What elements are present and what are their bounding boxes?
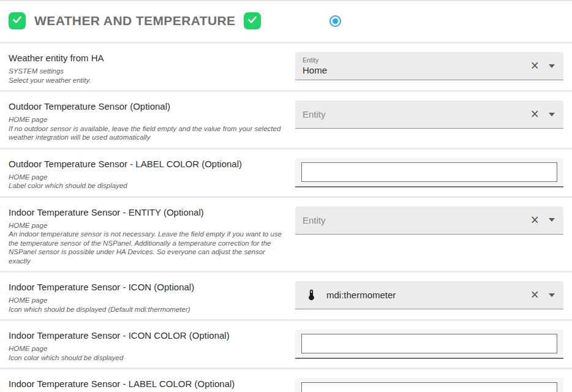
- setting-description: An indoor temperature sensor is not nece…: [9, 230, 286, 265]
- chevron-down-icon[interactable]: [549, 218, 555, 222]
- setting-context: HOME page: [9, 173, 286, 182]
- thermometer-icon: [305, 288, 318, 301]
- indoor-entity-select[interactable]: Entity ×: [295, 206, 563, 235]
- chevron-down-icon[interactable]: [549, 293, 555, 297]
- section-checkbox-right[interactable]: [244, 12, 261, 29]
- indoor-icon-color-input[interactable]: [301, 334, 557, 353]
- setting-context: SYSTEM settings: [9, 67, 286, 76]
- setting-row-outdoor-label-color: Outdoor Temperature Sensor - LABEL COLOR…: [0, 148, 572, 196]
- select-value: Home: [303, 65, 327, 75]
- setting-description: If no outdoor sensor is available, leave…: [9, 124, 286, 142]
- setting-context: HOME page: [9, 344, 286, 353]
- select-label: Entity: [303, 56, 327, 64]
- indoor-label-color-field: [295, 378, 563, 392]
- setting-title: Indoor Temperature Sensor - ICON COLOR (…: [9, 330, 286, 341]
- setting-description: Icon which should be displayed (Default …: [9, 305, 286, 314]
- clear-icon[interactable]: ×: [531, 107, 539, 121]
- section-checkbox-left[interactable]: [9, 12, 26, 29]
- chevron-down-icon[interactable]: [549, 64, 555, 68]
- setting-context: HOME page: [9, 115, 286, 124]
- radio-dot-icon: [333, 18, 338, 24]
- clear-icon[interactable]: ×: [531, 288, 539, 302]
- radio-button-selected[interactable]: [329, 15, 341, 27]
- clear-icon[interactable]: ×: [531, 59, 539, 73]
- setting-title: Outdoor Temperature Sensor - LABEL COLOR…: [9, 159, 286, 169]
- setting-row-indoor-label-color: Indoor Temperature Sensor - LABEL COLOR …: [0, 368, 572, 392]
- setting-row-outdoor-sensor: Outdoor Temperature Sensor (Optional) HO…: [0, 90, 572, 148]
- section-header: WEATHER AND TEMPERATURE: [0, 1, 572, 42]
- check-icon: [247, 14, 258, 28]
- check-icon: [12, 14, 23, 28]
- setting-title: Indoor Temperature Sensor - ICON (Option…: [9, 282, 286, 292]
- select-placeholder: Entity: [303, 109, 326, 119]
- clear-icon[interactable]: ×: [531, 213, 539, 227]
- setting-row-indoor-icon: Indoor Temperature Sensor - ICON (Option…: [0, 271, 572, 319]
- indoor-icon-color-field: [295, 330, 563, 359]
- setting-context: HOME page: [9, 296, 286, 305]
- setting-title: Indoor Temperature Sensor - LABEL COLOR …: [9, 379, 286, 389]
- setting-row-weather-entity: Weather entity from HA SYSTEM settings S…: [0, 42, 572, 90]
- setting-title: Outdoor Temperature Sensor (Optional): [9, 101, 286, 111]
- setting-title: Weather entity from HA: [9, 53, 286, 63]
- indoor-label-color-input[interactable]: [301, 382, 557, 392]
- outdoor-entity-select[interactable]: Entity ×: [295, 100, 563, 129]
- outdoor-label-color-input[interactable]: [301, 162, 557, 182]
- setting-title: Indoor Temperature Sensor - ENTITY (Opti…: [9, 207, 286, 217]
- setting-description: Select your weather entity.: [9, 76, 286, 85]
- weather-entity-select[interactable]: Entity Home ×: [295, 52, 563, 80]
- select-value: mdi:thermometer: [326, 290, 396, 300]
- page-title: WEATHER AND TEMPERATURE: [34, 13, 235, 28]
- setting-description: Label color which should be displayed: [9, 181, 286, 190]
- setting-row-indoor-entity: Indoor Temperature Sensor - ENTITY (Opti…: [0, 196, 572, 271]
- select-placeholder: Entity: [303, 215, 326, 225]
- indoor-icon-select[interactable]: mdi:thermometer ×: [295, 281, 563, 309]
- setting-context: HOME page: [9, 221, 286, 230]
- outdoor-label-color-field: [295, 158, 563, 187]
- chevron-down-icon[interactable]: [549, 113, 555, 116]
- setting-row-indoor-icon-color: Indoor Temperature Sensor - ICON COLOR (…: [0, 319, 572, 368]
- setting-description: Icon color which should be displayed: [9, 353, 286, 363]
